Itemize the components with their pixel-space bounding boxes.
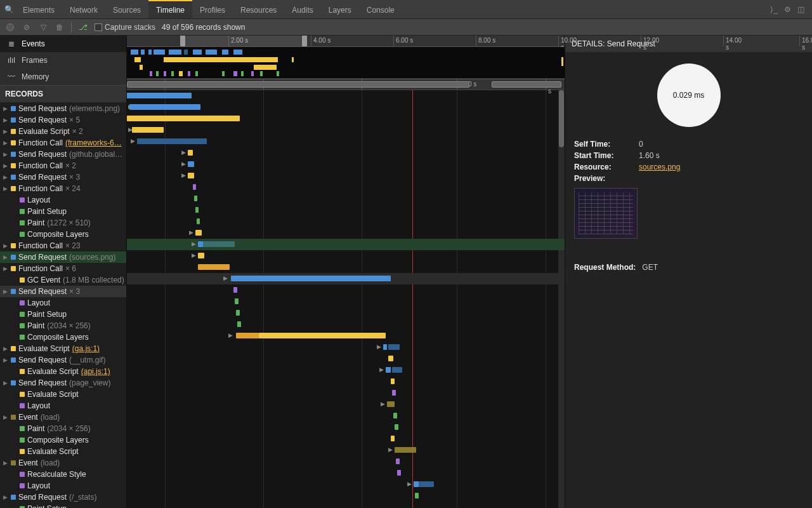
- flame-icon[interactable]: ⎇: [78, 22, 88, 32]
- record-row[interactable]: ▶Send Request (__utm.gif): [0, 354, 126, 366]
- record-row[interactable]: Composite Layers: [0, 331, 126, 343]
- record-row[interactable]: Layout: [0, 480, 126, 491]
- clear-icon[interactable]: ⊘: [22, 22, 32, 32]
- record-row[interactable]: Layout: [0, 194, 126, 206]
- search-icon[interactable]: 🔍: [3, 5, 15, 14]
- waterfall-row[interactable]: ▶: [127, 147, 565, 159]
- record-row[interactable]: Paint (1272 × 510): [0, 217, 126, 229]
- record-row[interactable]: ▶Function Call × 2: [0, 160, 126, 171]
- waterfall-row[interactable]: ▶: [127, 170, 565, 182]
- waterfall-row[interactable]: [127, 353, 565, 364]
- record-row[interactable]: Paint (2034 × 256): [0, 320, 126, 331]
- waterfall-row[interactable]: ▶: [127, 227, 565, 239]
- waterfall-row[interactable]: [127, 90, 565, 102]
- waterfall-row[interactable]: [127, 284, 565, 296]
- preview-thumbnail[interactable]: [574, 188, 638, 239]
- tab-resources[interactable]: Resources: [233, 0, 284, 18]
- record-row[interactable]: ▶Send Request × 3: [0, 171, 126, 183]
- tab-timeline[interactable]: Timeline: [148, 0, 192, 18]
- garbage-icon[interactable]: 🗑: [55, 22, 65, 32]
- record-row[interactable]: Layout: [0, 400, 126, 411]
- waterfall-row[interactable]: [127, 216, 565, 227]
- waterfall-row[interactable]: [127, 376, 565, 387]
- record-button[interactable]: [5, 22, 15, 32]
- waterfall-row[interactable]: [127, 433, 565, 444]
- waterfall-row[interactable]: ▶: [127, 342, 565, 353]
- waterfall-row[interactable]: ▶: [127, 159, 565, 170]
- record-row[interactable]: ▶Function Call × 23: [0, 240, 126, 251]
- record-row[interactable]: ▶Function Call × 24: [0, 183, 126, 194]
- record-row[interactable]: ▶Send Request × 5: [0, 114, 126, 126]
- view-frames[interactable]: ılılFrames: [0, 52, 126, 69]
- record-row[interactable]: Evaluate Script (api.js:1): [0, 366, 126, 377]
- waterfall[interactable]: ▶▶▶▶▶▶▶▶▶▶▶▶▶▶▶▶: [127, 90, 565, 508]
- waterfall-row[interactable]: ▶: [127, 330, 565, 342]
- record-row[interactable]: ▶Send Request (/_stats): [0, 491, 126, 503]
- tab-console[interactable]: Console: [359, 0, 402, 18]
- dock-icon[interactable]: ◫: [797, 5, 804, 14]
- record-row[interactable]: Evaluate Script: [0, 446, 126, 457]
- record-row[interactable]: Layout: [0, 297, 126, 309]
- waterfall-row[interactable]: ▶: [127, 102, 565, 113]
- record-row[interactable]: Paint Setup: [0, 206, 126, 217]
- record-row[interactable]: Composite Layers: [0, 229, 126, 240]
- waterfall-row[interactable]: ▶: [127, 444, 565, 456]
- waterfall-row[interactable]: ▶: [127, 273, 565, 284]
- waterfall-row[interactable]: [127, 422, 565, 433]
- console-toggle-icon[interactable]: ⟩_: [770, 5, 778, 14]
- record-row[interactable]: ▶Send Request (elements.png): [0, 103, 126, 114]
- waterfall-row[interactable]: [127, 490, 565, 502]
- record-row[interactable]: ▶Send Request (sources.png): [0, 251, 126, 263]
- record-row[interactable]: Recalculate Style: [0, 469, 126, 480]
- waterfall-row[interactable]: ▶: [127, 250, 565, 262]
- tab-layers[interactable]: Layers: [321, 0, 359, 18]
- waterfall-row[interactable]: [127, 410, 565, 422]
- records-list[interactable]: ▶Send Request (elements.png)▶Send Reques…: [0, 103, 126, 508]
- waterfall-row[interactable]: [127, 307, 565, 319]
- tab-sources[interactable]: Sources: [105, 0, 148, 18]
- record-row[interactable]: Paint Setup: [0, 309, 126, 320]
- view-memory[interactable]: 〰Memory: [0, 69, 126, 85]
- tab-audits[interactable]: Audits: [284, 0, 320, 18]
- waterfall-row[interactable]: [127, 387, 565, 399]
- view-events[interactable]: ≣Events: [0, 36, 126, 52]
- record-row[interactable]: ▶Function Call × 6: [0, 263, 126, 274]
- tab-profiles[interactable]: Profiles: [192, 0, 233, 18]
- overview-ruler[interactable]: 2.00 s4.00 s6.00 s8.00 s10.00 s12.00 s14…: [127, 36, 565, 47]
- record-row[interactable]: Evaluate Script: [0, 389, 126, 400]
- record-row[interactable]: ▶Send Request (page_view): [0, 377, 126, 389]
- record-row[interactable]: ▶Evaluate Script (ga.js:1): [0, 343, 126, 354]
- waterfall-row[interactable]: [127, 204, 565, 216]
- waterfall-row[interactable]: ▶: [127, 136, 565, 147]
- record-row[interactable]: ▶Send Request × 3: [0, 286, 126, 297]
- capture-stacks-checkbox[interactable]: Capture stacks: [95, 23, 155, 32]
- settings-gear-icon[interactable]: ⚙: [784, 5, 791, 14]
- waterfall-row[interactable]: ▶: [127, 239, 565, 250]
- waterfall-row[interactable]: [127, 456, 565, 467]
- waterfall-row[interactable]: [127, 182, 565, 193]
- waterfall-row[interactable]: [127, 296, 565, 307]
- waterfall-row[interactable]: ▶: [127, 399, 565, 410]
- record-row[interactable]: ▶Send Request (github.global…: [0, 149, 126, 160]
- resource-link[interactable]: sources.png: [639, 163, 680, 171]
- record-row[interactable]: ▶Evaluate Script × 2: [0, 126, 126, 137]
- tab-network[interactable]: Network: [62, 0, 105, 18]
- waterfall-row[interactable]: ▶: [127, 479, 565, 490]
- detail-ruler[interactable]: 1.50 s2.00 s2.50 s3.00 s3.50 s: [127, 79, 565, 90]
- waterfall-row[interactable]: [127, 262, 565, 273]
- waterfall-row[interactable]: [127, 113, 565, 124]
- record-row[interactable]: Composite Layers: [0, 434, 126, 446]
- waterfall-row[interactable]: ▶: [127, 124, 565, 136]
- record-row[interactable]: Paint (2034 × 256): [0, 423, 126, 434]
- waterfall-row[interactable]: ▶: [127, 364, 565, 376]
- overview-lanes[interactable]: [127, 47, 565, 79]
- waterfall-row[interactable]: [127, 319, 565, 330]
- waterfall-row[interactable]: [127, 467, 565, 479]
- waterfall-row[interactable]: [127, 193, 565, 204]
- record-row[interactable]: GC Event (1.8 MB collected): [0, 274, 126, 286]
- record-row[interactable]: ▶Event (load): [0, 411, 126, 423]
- record-row[interactable]: ▶Event (load): [0, 457, 126, 469]
- filter-icon[interactable]: ▽: [38, 22, 48, 32]
- record-row[interactable]: Paint Setup: [0, 503, 126, 508]
- record-row[interactable]: ▶Function Call (frameworks-6…: [0, 137, 126, 149]
